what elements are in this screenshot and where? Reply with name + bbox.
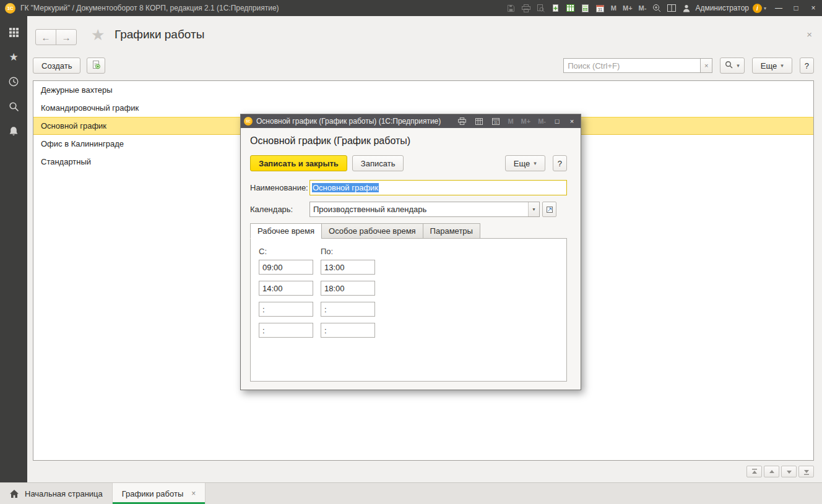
chevron-down-icon: ▾: [737, 62, 740, 69]
search-icon[interactable]: [7, 100, 20, 113]
calendar-select[interactable]: Производственный календарь ▾: [309, 202, 540, 217]
scroll-top-button[interactable]: [746, 466, 762, 477]
name-input[interactable]: Основной график: [309, 180, 567, 195]
time-from-input-1[interactable]: [259, 260, 313, 275]
time-to-input-1[interactable]: [321, 260, 375, 275]
page-close-button[interactable]: ×: [807, 29, 812, 40]
search-options-button[interactable]: ▾: [720, 58, 745, 74]
list-item-label: Стандартный: [41, 157, 91, 166]
name-input-value: Основной график: [312, 183, 379, 192]
time-from-input-4[interactable]: [259, 323, 313, 338]
scroll-down-button[interactable]: [781, 466, 797, 477]
tab-special-work-time[interactable]: Особое рабочее время: [321, 223, 423, 239]
calendar-icon[interactable]: 31: [593, 0, 608, 16]
tab-parameters[interactable]: Параметры: [423, 223, 480, 239]
from-label: С:: [259, 247, 313, 256]
chevron-down-icon: ▾: [534, 160, 537, 166]
calendar-icon[interactable]: 31: [488, 116, 503, 126]
add-favorite-star-icon[interactable]: ★: [91, 26, 105, 44]
list-item[interactable]: Дежурные вахтеры: [33, 81, 813, 99]
dialog-body: Основной график (График работы) Записать…: [241, 128, 581, 390]
calendar-field-label: Календарь:: [250, 205, 309, 214]
tab-label: Графики работы: [122, 489, 183, 498]
list-scroll-controls: [746, 466, 814, 477]
app-sidebar: ★: [0, 16, 27, 482]
dialog-more-button[interactable]: Еще▾: [505, 155, 545, 171]
dialog-maximize-button[interactable]: □: [551, 114, 563, 128]
favorites-star-icon[interactable]: ★: [7, 51, 20, 63]
save-icon[interactable]: [504, 0, 519, 16]
menu-grid-icon[interactable]: [7, 26, 20, 38]
titlebar-tools: 31 M M+ M- Администратор i ▾ — □ ×: [504, 0, 822, 16]
memory-m-minus-button[interactable]: M-: [535, 117, 548, 125]
time-to-input-3[interactable]: [321, 302, 375, 317]
calculator-icon[interactable]: [578, 0, 593, 16]
memory-m-plus-button[interactable]: M+: [519, 117, 534, 125]
memory-m-button[interactable]: M: [505, 117, 516, 125]
document-copy-icon: [92, 60, 100, 71]
calendar-dropdown-icon[interactable]: ▾: [528, 202, 539, 216]
calendar-select-value: Производственный календарь: [310, 202, 528, 216]
create-button[interactable]: Создать: [33, 58, 80, 74]
tab-close-icon[interactable]: ×: [191, 489, 196, 498]
home-icon: [9, 489, 19, 498]
print-icon[interactable]: [455, 116, 469, 126]
app-logo-icon[interactable]: 1С: [5, 3, 15, 14]
save-button[interactable]: Записать: [352, 155, 404, 171]
page-title: Графики работы: [115, 28, 204, 41]
create-copy-button[interactable]: [87, 58, 105, 74]
open-calendar-button[interactable]: [542, 202, 556, 217]
window-titlebar: 1С ГК "Меркурий" / Документооборот 8 КОР…: [0, 0, 822, 16]
work-schedule-dialog: 1С Основной график (График работы) (1С:П…: [240, 114, 581, 390]
time-from-input-2[interactable]: [259, 281, 313, 296]
search-zone: × ▾ Еще▾ ?: [563, 58, 814, 74]
svg-text:31: 31: [494, 121, 498, 124]
split-window-icon[interactable]: [664, 0, 679, 16]
forward-button[interactable]: →: [56, 29, 77, 45]
tab-label: Начальная страница: [25, 489, 103, 498]
print-preview-icon[interactable]: [534, 0, 548, 16]
history-nav: ← →: [35, 29, 77, 45]
current-user[interactable]: Администратор: [695, 4, 749, 12]
history-icon[interactable]: [7, 75, 20, 88]
tab-work-time[interactable]: Рабочее время: [250, 223, 322, 239]
scroll-up-button[interactable]: [764, 466, 779, 477]
time-to-input-2[interactable]: [321, 281, 375, 296]
tab-work-schedules[interactable]: Графики работы ×: [113, 483, 206, 504]
close-window-button[interactable]: ×: [805, 0, 822, 16]
dialog-close-button[interactable]: ×: [566, 114, 578, 128]
memory-m-button[interactable]: M: [608, 4, 620, 12]
back-button[interactable]: ←: [35, 29, 56, 45]
notifications-bell-icon[interactable]: [7, 125, 20, 137]
help-button[interactable]: ?: [800, 58, 814, 74]
minimize-button[interactable]: —: [770, 0, 787, 16]
dialog-heading: Основной график (График работы): [250, 135, 567, 147]
time-from-input-3[interactable]: [259, 302, 313, 317]
maximize-button[interactable]: □: [787, 0, 805, 16]
info-icon[interactable]: i: [753, 4, 762, 13]
list-item-label: Офис в Калининграде: [41, 139, 124, 148]
search-input[interactable]: [563, 58, 701, 73]
dialog-help-button[interactable]: ?: [553, 155, 567, 171]
save-and-close-button[interactable]: Записать и закрыть: [250, 155, 347, 171]
search-clear-icon[interactable]: ×: [701, 58, 712, 73]
more-button[interactable]: Еще▾: [752, 58, 792, 74]
dialog-command-bar: Записать и закрыть Записать Еще▾ ?: [250, 155, 567, 171]
dialog-titlebar[interactable]: 1С Основной график (График работы) (1С:П…: [241, 114, 581, 128]
list-item-label: Командировочный график: [41, 103, 139, 113]
search-wrap: ×: [563, 58, 712, 73]
info-caret-icon[interactable]: ▾: [764, 6, 766, 11]
more-button-label: Еще: [514, 159, 530, 168]
print-icon[interactable]: [519, 0, 534, 16]
list-item-label: Дежурные вахтеры: [41, 85, 113, 95]
open-pages-taskbar: Начальная страница Графики работы ×: [0, 482, 822, 504]
memory-m-minus-button[interactable]: M-: [636, 4, 650, 12]
export-table-icon[interactable]: [472, 116, 486, 126]
scroll-bottom-button[interactable]: [798, 466, 814, 477]
memory-m-plus-button[interactable]: M+: [620, 4, 636, 12]
zoom-icon[interactable]: [649, 0, 664, 16]
export-table-icon[interactable]: [563, 0, 578, 16]
time-to-input-4[interactable]: [321, 323, 375, 338]
tab-home-page[interactable]: Начальная страница: [0, 483, 113, 504]
attach-file-icon[interactable]: [548, 0, 563, 16]
